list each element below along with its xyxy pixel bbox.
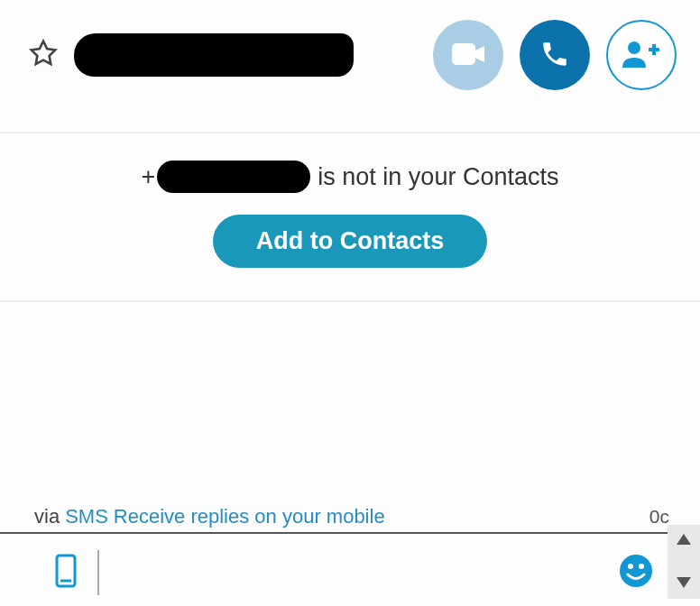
emoji-button[interactable] [619, 554, 653, 592]
svg-marker-0 [32, 41, 56, 64]
sms-link[interactable]: SMS [65, 505, 108, 528]
svg-rect-5 [652, 44, 656, 55]
header-actions [433, 20, 677, 90]
not-in-contacts-banner: + is not in your Contacts Add to Contact… [0, 133, 700, 302]
phone-number-redacted [157, 161, 310, 193]
scroll-down-icon[interactable] [677, 575, 691, 592]
svg-rect-1 [452, 43, 475, 65]
phone-prefix: + [142, 163, 156, 191]
mobile-icon[interactable] [54, 553, 78, 592]
svg-marker-12 [677, 577, 691, 588]
phone-icon [539, 39, 570, 72]
composer-row [0, 534, 700, 595]
receive-replies-link[interactable]: Receive replies on your mobile [114, 505, 385, 528]
contact-name [74, 33, 354, 77]
svg-marker-2 [475, 46, 484, 62]
voice-call-button[interactable] [520, 20, 590, 90]
add-to-contacts-button[interactable]: Add to Contacts [213, 215, 488, 268]
svg-point-9 [628, 564, 633, 569]
favorite-star-icon[interactable] [29, 39, 58, 71]
message-input[interactable] [114, 563, 619, 583]
video-call-button[interactable] [433, 20, 503, 90]
add-contact-button[interactable] [606, 20, 677, 90]
composer-divider [97, 550, 99, 595]
svg-point-8 [620, 555, 652, 587]
composer-meta: via SMS Receive replies on your mobile 0… [0, 505, 687, 534]
banner-message: + is not in your Contacts [18, 161, 682, 193]
banner-suffix: is not in your Contacts [318, 163, 558, 191]
smiley-icon [619, 575, 653, 591]
add-person-icon [622, 38, 661, 73]
svg-point-3 [628, 41, 640, 54]
scroll-control [668, 525, 700, 599]
character-count: 0c [649, 506, 669, 528]
video-icon [450, 41, 486, 69]
message-composer-area: via SMS Receive replies on your mobile 0… [0, 505, 700, 606]
conversation-header [0, 0, 700, 133]
svg-marker-11 [677, 534, 691, 545]
scroll-up-icon[interactable] [677, 532, 691, 548]
svg-point-10 [639, 564, 644, 569]
via-label: via [34, 505, 60, 528]
